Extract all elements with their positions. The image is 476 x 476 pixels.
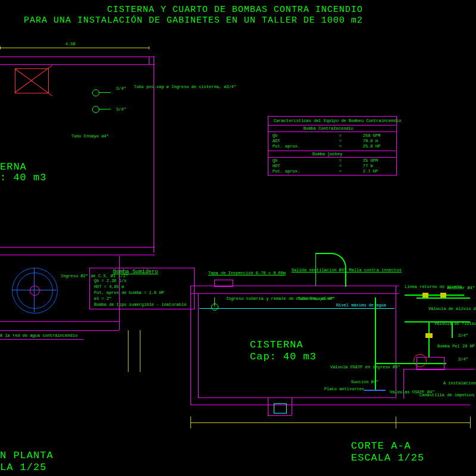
pipe: [405, 295, 464, 296]
table-cell: =: [339, 133, 342, 138]
table-cell: 25.0 HP: [363, 144, 380, 149]
table-cell: Pot. aprox.: [273, 169, 300, 174]
table-cell: ADT: [273, 139, 280, 143]
table-divider: [268, 157, 396, 158]
dim-value: 4.50: [65, 42, 76, 46]
annot-medidor: medidor Ø4": [447, 286, 475, 290]
section-wall: [198, 397, 394, 398]
table-cell: HDT: [273, 164, 280, 168]
annot-tubo2: Tubo Ensayo ø4": [71, 134, 109, 139]
pipe: [405, 321, 470, 322]
plan-wall: [0, 247, 155, 248]
pipe-size-label: 3/4": [458, 357, 468, 362]
section-cistern-label-1: CISTERNA: [250, 339, 303, 350]
cistern-label-2: : 40 m3: [0, 172, 46, 183]
section-footer-2: ESCALA 1/25: [351, 452, 424, 464]
table-cell: =: [339, 158, 342, 163]
annot-valvula-alivio: Válvula de alivio de presión Ø4": [428, 306, 476, 311]
plan-wall: [0, 330, 119, 331]
table-cell: 2.7 HP: [363, 169, 378, 174]
plan-wall: [149, 57, 149, 65]
cistern-label-1: ERNA: [0, 161, 27, 173]
title-line2: PARA UNA INSTALACIÓN DE GABINETES EN UN …: [24, 15, 363, 26]
plan-wall: [0, 64, 155, 65]
pipe: [452, 321, 453, 338]
plan-wall: [0, 339, 83, 340]
plan-wall: [0, 57, 155, 57]
pipe-line: [99, 92, 111, 93]
table-cell: =: [339, 164, 342, 168]
annot-succion: Succión Ø4": [351, 380, 378, 384]
pipe-size-label: 3/4": [116, 86, 126, 91]
plan-wall: [0, 255, 155, 255]
annot-salida: Salida ventilación Ø4" Malla contra inse…: [292, 268, 402, 273]
table-cell: Qb: [273, 158, 277, 163]
annot-contra: A instalaciones contraincendio: [443, 381, 476, 386]
sump-title: Bomba Sumidero: [113, 269, 158, 276]
table-cell: 77 m: [363, 164, 373, 168]
plan-footer-2: LA 1/25: [0, 462, 46, 473]
sump-wall: [268, 415, 292, 416]
submersible-pump: [274, 403, 287, 414]
table-cell: 25 GPM: [363, 158, 378, 163]
annot-bomba: Bomba Pel 28 HP: [437, 344, 475, 349]
section-cistern-label-2: Cap: 40 m3: [250, 351, 317, 362]
sump-wall: [268, 397, 268, 415]
pipe: [428, 321, 430, 357]
pipe-line: [99, 109, 111, 109]
annot-tapa: Tapa de Inspección 0.70 x 0.60m: [208, 271, 286, 275]
table-cell: 70.8 m: [363, 139, 378, 143]
table-cell: Qb: [273, 133, 277, 138]
annot-tubo: Tubo pvc-sap ø Ingreso de cisterna, ø3/4…: [134, 84, 236, 89]
dim-tick: [396, 416, 396, 428]
title-line1: CISTERNA Y CUARTO DE BOMBAS CONTRA INCEN…: [107, 5, 363, 15]
fitting-circle: [92, 106, 99, 113]
section-wall: [190, 286, 191, 405]
water-level: [199, 308, 394, 309]
suction-pipe: [375, 298, 376, 390]
section-wall: [198, 293, 199, 397]
fitting-circle: [211, 303, 218, 311]
dim-tick: [0, 46, 1, 49]
section-wall: [190, 405, 470, 405]
annot-ensayo: Tubo Ensayo ø4": [298, 296, 335, 301]
sump-l5: Bomba de tipo sumergible - inatorable: [94, 302, 186, 307]
dim-line: [190, 422, 470, 423]
table-sub2: Bomba jockey: [312, 152, 342, 156]
dim-tick: [149, 46, 149, 49]
annot-plato: Plato antivortex: [324, 387, 364, 392]
pump-volute: [414, 354, 427, 367]
pipe-size-label: 3/4": [458, 333, 468, 338]
table-title: Características del Equipo de Bombeo Con…: [274, 118, 401, 123]
table-cell: =: [339, 139, 342, 143]
valve-body: [425, 333, 433, 338]
table-sub1: Bomba ContraIncendio: [303, 126, 353, 131]
sump-l1: Qb = 2.36 l/s: [94, 278, 127, 283]
valve-body: [422, 293, 428, 298]
table-cell: =: [339, 169, 342, 174]
section-wall: [396, 286, 396, 399]
sump-l2: HDT = 4.85 m: [94, 284, 124, 289]
annot-oscyf: Válvula OS&YF en ingreso Ø6": [330, 365, 400, 369]
pump-detail: [30, 286, 40, 296]
dim-line: [128, 330, 129, 372]
sump-l4: ø1 = 2": [94, 296, 111, 301]
antivortex: [364, 390, 386, 391]
inspection-hatch-section: [214, 280, 233, 287]
valve-body: [440, 293, 446, 298]
dim-tick: [190, 416, 191, 428]
pipe-size-label: 3/4": [116, 107, 126, 112]
table-divider: [268, 125, 396, 126]
section-wall: [190, 293, 399, 294]
table-divider: [268, 131, 396, 132]
fitting-circle: [92, 89, 99, 96]
annot-canast: Canastilla de impetuos: [419, 393, 474, 397]
sump-l3: Pot. aprox de bomba = 1.0 HP: [94, 290, 164, 295]
table-cell: Pot. aprox.: [273, 144, 300, 149]
plan-wall: [0, 321, 119, 322]
table-cell: =: [339, 144, 342, 149]
section-footer-1: CORTE A-A: [351, 440, 411, 452]
annot-red: A la red de agua contraincendio: [0, 333, 77, 338]
plan-footer-1: N PLANTA: [0, 450, 54, 461]
dim-line: [0, 48, 149, 48]
